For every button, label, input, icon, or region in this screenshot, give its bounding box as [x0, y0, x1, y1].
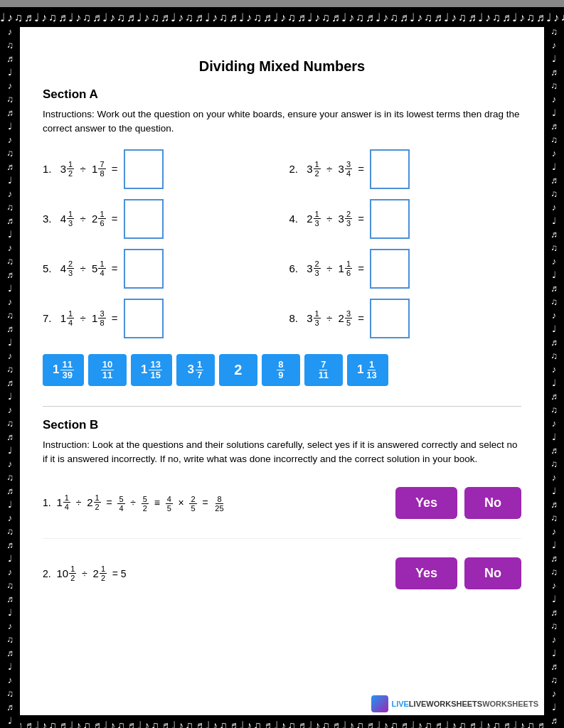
answer-tiles: 1 11 39 10 11 1 13 15 3: [43, 354, 521, 387]
section-b-instructions: Instruction: Look at the questions and t…: [43, 438, 521, 467]
problems-grid: 1. 312 ÷ 178 = 2. 312 ÷ 334 =: [43, 148, 521, 340]
border-bottom: ♩♪♫♬♩♪♫♬♩♪♫♬♩♪♫♬♩♪♫♬♩♪♫♬♩♪♫♬♩♪♫♬♩♪♫♬♩♪♫♬…: [0, 715, 564, 728]
tile-6[interactable]: 8 9: [262, 354, 300, 387]
border-top: ♩♪♫♬♩♪♫♬♩♪♫♬♩♪♫♬♩♪♫♬♩♪♫♬♩♪♫♬♩♪♫♬♩♪♫♬♩♪♫♬…: [0, 7, 564, 27]
section-b-2-buttons: Yes No: [395, 557, 521, 589]
section-b-separator: [43, 538, 521, 539]
border-left: ♩♪♫♬♩♪♫♬♩♪♫♬♩♪♫♬♩♪♫♬♩♪♫♬♩♪♫♬♩♪♫♬♩♪♫♬♩♪♫♬…: [0, 27, 20, 728]
problem-6-label: 6.: [289, 262, 302, 274]
logo-icon: [371, 695, 388, 712]
problem-7-label: 7.: [43, 312, 55, 324]
section-b-2-no-button[interactable]: No: [464, 557, 521, 589]
section-a-title: Section A: [43, 87, 521, 102]
problem-6-equation: 323 ÷ 116 =: [307, 259, 364, 277]
problem-5-equation: 423 ÷ 514 =: [60, 259, 118, 277]
problem-2-label: 2.: [289, 163, 302, 175]
answer-box-6[interactable]: [370, 249, 410, 289]
problem-3: 3. 413 ÷ 216 =: [43, 198, 275, 240]
tile-4[interactable]: 3 1 7: [176, 354, 215, 387]
section-b-1-buttons: Yes No: [395, 487, 521, 519]
section-b-title: Section B: [43, 418, 521, 432]
border-right: ♬♫♪♩♬♫♪♩♬♫♪♩♬♫♪♩♬♫♪♩♬♫♪♩♬♫♪♩♬♫♪♩♬♫♪♩♬♫♪♩…: [544, 27, 564, 728]
problem-4-equation: 213 ÷ 323 =: [307, 210, 364, 228]
tile-7[interactable]: 7 11: [304, 354, 343, 387]
problem-4-label: 4.: [289, 213, 302, 225]
section-b-equation-1: 1. 114 ÷ 212 = 54 ÷ 52 ≡ 45 × 25 = 825: [43, 493, 395, 513]
problem-6: 6. 323 ÷ 116 =: [289, 247, 522, 290]
section-divider: [43, 406, 521, 407]
problem-8-label: 8.: [289, 312, 302, 324]
problem-7: 7. 114 ÷ 138 =: [43, 297, 275, 340]
problem-2-equation: 312 ÷ 334 =: [307, 160, 364, 178]
liveworksheets-logo: LIVELIVEWORKSHEETSWORKSHEETS: [371, 695, 538, 712]
section-b-1-yes-button[interactable]: Yes: [395, 487, 457, 519]
answer-box-4[interactable]: [370, 199, 410, 239]
answer-box-8[interactable]: [370, 299, 410, 338]
answer-box-5[interactable]: [124, 249, 164, 289]
section-b-2-yes-button[interactable]: Yes: [395, 557, 457, 589]
section-a-instructions: Instructions: Work out the question on y…: [43, 107, 521, 136]
logo-text: LIVELIVEWORKSHEETSWORKSHEETS: [391, 700, 538, 708]
problem-8-equation: 313 ÷ 235 =: [307, 309, 364, 327]
problem-2: 2. 312 ÷ 334 =: [289, 148, 522, 191]
problem-5: 5. 423 ÷ 514 =: [43, 247, 275, 290]
problem-1-equation: 312 ÷ 178 =: [60, 160, 118, 178]
problem-1-label: 1.: [43, 163, 55, 175]
tile-8[interactable]: 1 1 13: [347, 354, 388, 387]
problem-5-label: 5.: [43, 262, 55, 274]
section-b-1-no-button[interactable]: No: [464, 487, 521, 519]
tile-5[interactable]: 2: [219, 354, 257, 387]
answer-box-3[interactable]: [124, 199, 164, 239]
problem-3-label: 3.: [43, 213, 55, 225]
tile-3[interactable]: 1 13 15: [131, 354, 172, 387]
answer-box-7[interactable]: [124, 299, 164, 338]
answer-box-1[interactable]: [124, 149, 164, 189]
page-title: Dividing Mixed Numbers: [43, 58, 521, 75]
section-b-problem-2: 2. 1012 ÷ 212 = 5 Yes No: [43, 549, 521, 599]
problem-1: 1. 312 ÷ 178 =: [43, 148, 275, 191]
worksheet-page: ♩♪♫♬♩♪♫♬♩♪♫♬♩♪♫♬♩♪♫♬♩♪♫♬♩♪♫♬♩♪♫♬♩♪♫♬♩♪♫♬…: [0, 7, 564, 728]
answer-box-2[interactable]: [370, 149, 410, 189]
section-b-problem-1: 1. 114 ÷ 212 = 54 ÷ 52 ≡ 45 × 25 = 825 Y…: [43, 478, 521, 528]
problem-4: 4. 213 ÷ 323 =: [289, 198, 522, 240]
tile-1[interactable]: 1 11 39: [43, 354, 84, 387]
problem-3-equation: 413 ÷ 216 =: [60, 210, 118, 228]
section-b-equation-2: 2. 1012 ÷ 212 = 5: [43, 564, 395, 582]
problem-7-equation: 114 ÷ 138 =: [60, 309, 118, 327]
tile-2[interactable]: 10 11: [88, 354, 127, 387]
problem-8: 8. 313 ÷ 235 =: [289, 297, 522, 340]
